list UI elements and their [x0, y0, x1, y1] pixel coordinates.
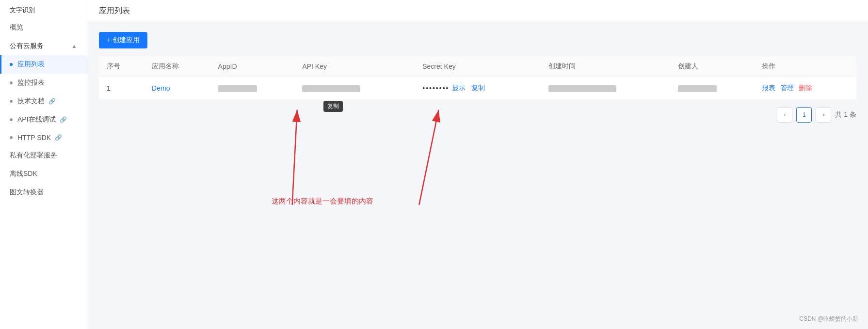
sidebar-item-monitor[interactable]: 监控报表 — [0, 74, 87, 92]
dot-icon — [10, 81, 13, 84]
table-header-row: 序号 应用名称 AppID API Key Secret Key 创建时间 创建… — [99, 56, 856, 77]
cell-secret-key: •••••••• 显示 复制 — [415, 77, 540, 100]
main-content: 应用列表 + 创建应用 序号 应用名称 AppID API Key Secret… — [87, 0, 868, 329]
creator-blurred — [678, 85, 717, 92]
col-name: 应用名称 — [144, 56, 210, 77]
dot-icon — [10, 118, 13, 121]
sidebar-offline-label: 离线SDK — [10, 170, 37, 178]
col-index: 序号 — [99, 56, 144, 77]
cell-index: 1 — [99, 77, 144, 100]
app-table-wrap: 序号 应用名称 AppID API Key Secret Key 创建时间 创建… — [99, 56, 856, 99]
sidebar-converter-label: 图文转换器 — [10, 188, 44, 197]
secret-copy-link[interactable]: 复制 — [471, 84, 485, 93]
page-header: 应用列表 — [87, 0, 868, 22]
external-link-icon: 🔗 — [60, 116, 67, 123]
sidebar-overview-label: 概览 — [10, 23, 23, 32]
api-key-blurred — [302, 85, 360, 92]
dot-icon — [10, 63, 13, 66]
sidebar-section-public[interactable]: 公有云服务 ▲ — [0, 37, 87, 55]
sidebar-item-converter[interactable]: 图文转换器 — [0, 183, 87, 202]
create-app-button[interactable]: + 创建应用 — [99, 32, 147, 48]
sidebar-item-http-sdk[interactable]: HTTP SDK 🔗 — [0, 129, 87, 146]
pagination-page-1[interactable]: 1 — [796, 107, 812, 123]
col-appid: AppID — [210, 56, 295, 77]
app-name-link[interactable]: Demo — [152, 84, 170, 92]
sidebar-item-app-list[interactable]: 应用列表 — [0, 55, 87, 74]
sidebar-section-public-label: 公有云服务 — [10, 42, 44, 50]
sidebar-private-label: 私有化部署服务 — [10, 151, 57, 160]
sidebar-item-private[interactable]: 私有化部署服务 — [0, 146, 87, 165]
external-link-icon: 🔗 — [55, 134, 62, 141]
cell-created-time — [541, 77, 670, 100]
pagination-next-button[interactable]: › — [816, 107, 831, 123]
sidebar-app-list-label: 应用列表 — [17, 60, 45, 69]
external-link-icon: 🔗 — [48, 98, 56, 105]
col-actions: 操作 — [754, 56, 856, 77]
cell-appid — [210, 77, 295, 100]
time-blurred — [548, 85, 616, 92]
col-api-key: API Key — [294, 56, 415, 77]
col-secret-key: Secret Key — [415, 56, 540, 77]
table-row: 1 Demo 复制 — [99, 77, 856, 100]
sidebar-monitor-label: 监控报表 — [17, 78, 45, 87]
pagination-total: 共 1 条 — [835, 110, 856, 119]
sidebar-api-debug-label: API在线调试 — [17, 115, 56, 124]
content-area: + 创建应用 序号 应用名称 AppID API Key Secret Key … — [87, 22, 868, 329]
pagination-prev-button[interactable]: ‹ — [777, 107, 792, 123]
dot-icon — [10, 100, 13, 103]
cell-actions: 报表 管理 删除 — [754, 77, 856, 100]
sidebar: 文字识别 概览 公有云服务 ▲ 应用列表 监控报表 技术文档 🔗 API在线调试… — [0, 0, 87, 329]
sidebar-top-label: 文字识别 — [0, 0, 87, 18]
cell-name: Demo — [144, 77, 210, 100]
sidebar-tech-docs-label: 技术文档 — [17, 97, 45, 106]
action-report-link[interactable]: 报表 — [762, 84, 775, 92]
secret-key-cell: •••••••• 显示 复制 — [422, 84, 532, 93]
sidebar-item-overview[interactable]: 概览 — [0, 18, 87, 37]
masked-key: •••••••• — [422, 84, 449, 92]
sidebar-item-api-debug[interactable]: API在线调试 🔗 — [0, 110, 87, 129]
sidebar-http-sdk-label: HTTP SDK — [17, 134, 51, 141]
sidebar-item-tech-docs[interactable]: 技术文档 🔗 — [0, 92, 87, 110]
secret-show-link[interactable]: 显示 — [452, 84, 466, 93]
cell-creator — [670, 77, 755, 100]
annotation-text: 这两个内容就是一会要填的内容 — [272, 197, 373, 206]
footer-brand: CSDN @吃螃蟹的小新 — [799, 315, 858, 323]
page-title: 应用列表 — [99, 6, 130, 16]
action-delete-link[interactable]: 删除 — [799, 84, 812, 92]
col-created-time: 创建时间 — [541, 56, 670, 77]
sidebar-item-offline[interactable]: 离线SDK — [0, 165, 87, 183]
dot-icon — [10, 136, 13, 139]
col-creator: 创建人 — [670, 56, 755, 77]
app-table: 序号 应用名称 AppID API Key Secret Key 创建时间 创建… — [99, 56, 856, 99]
action-manage-link[interactable]: 管理 — [780, 84, 794, 92]
appid-blurred — [218, 85, 257, 92]
pagination: ‹ 1 › 共 1 条 — [99, 99, 856, 126]
cell-api-key: 复制 — [294, 77, 415, 100]
chevron-up-icon: ▲ — [71, 43, 77, 49]
